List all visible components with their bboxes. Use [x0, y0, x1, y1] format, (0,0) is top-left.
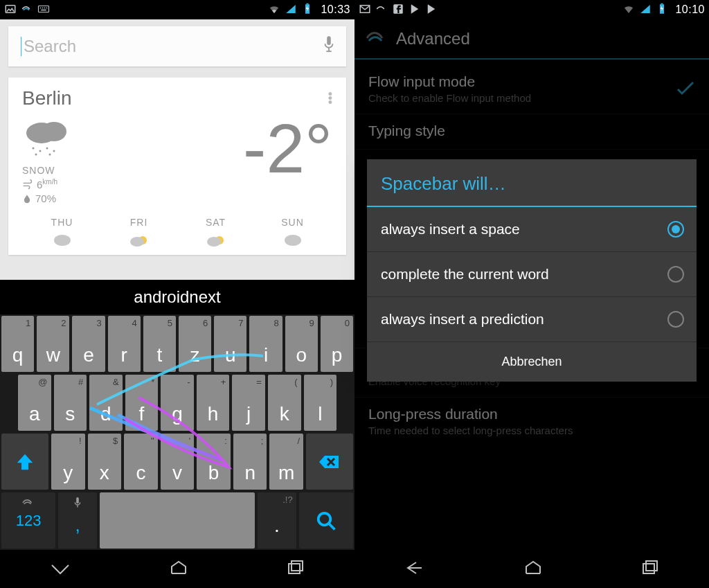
wifi-icon — [622, 3, 635, 17]
search-key[interactable] — [299, 492, 353, 549]
key-q[interactable]: q1 — [1, 316, 34, 372]
period-key[interactable]: .!? . — [258, 492, 296, 549]
svg-rect-6 — [41, 9, 46, 10]
key-m[interactable]: m/ — [269, 434, 303, 490]
svg-rect-1 — [39, 6, 49, 12]
svg-rect-35 — [661, 3, 663, 4]
weather-city: Berlin — [22, 87, 72, 109]
key-f[interactable]: f* — [125, 375, 159, 431]
key-a[interactable]: a@ — [18, 375, 51, 431]
nav-back-button[interactable] — [404, 560, 426, 579]
key-l[interactable]: l) — [304, 375, 337, 431]
key-n[interactable]: n; — [233, 434, 267, 490]
weather-condition: SNOW — [22, 165, 126, 176]
nav-bar — [0, 550, 354, 588]
spacebar-dialog: Spacebar will… always insert a space com… — [367, 159, 697, 382]
key-j[interactable]: j= — [232, 375, 265, 431]
status-bar: 10:33 — [0, 0, 354, 19]
phone-left: 10:33 Search Berlin ••• — [0, 0, 354, 588]
google-now-area: Search Berlin ••• — [0, 19, 354, 280]
signal-icon — [285, 3, 297, 17]
wifi-icon — [268, 3, 280, 17]
svg-point-16 — [46, 148, 48, 150]
nav-home-button[interactable] — [169, 560, 188, 579]
svg-rect-8 — [307, 3, 309, 4]
numbers-key[interactable]: 123 — [1, 492, 55, 549]
key-c[interactable]: c" — [124, 434, 158, 490]
svg-rect-30 — [289, 564, 300, 573]
swiftkey-status-icon — [375, 3, 388, 17]
key-x[interactable]: x$ — [88, 434, 122, 490]
search-bar[interactable]: Search — [8, 26, 346, 66]
nav-recents-button[interactable] — [286, 560, 305, 579]
nav-back-button[interactable] — [49, 560, 71, 579]
radio-unselected-icon[interactable] — [667, 266, 684, 283]
keyboard-row-3: y!x$c"v'b:n;m/ — [0, 432, 354, 491]
key-s[interactable]: s# — [54, 375, 87, 431]
svg-rect-4 — [44, 7, 46, 8]
radio-selected-icon[interactable] — [667, 221, 684, 238]
signal-icon — [639, 3, 652, 17]
key-d[interactable]: d& — [89, 375, 123, 431]
dialog-option[interactable]: complete the current word — [367, 252, 697, 297]
key-v[interactable]: v' — [161, 434, 195, 490]
image-icon — [4, 3, 17, 17]
key-g[interactable]: g- — [161, 375, 194, 431]
dialog-option[interactable]: always insert a space — [367, 207, 697, 252]
svg-point-19 — [49, 154, 51, 156]
key-p[interactable]: p0 — [321, 316, 353, 372]
svg-rect-36 — [643, 564, 654, 573]
forecast-day: FRI — [100, 217, 177, 251]
battery-charging-icon — [656, 3, 668, 17]
svg-point-24 — [207, 237, 221, 247]
dialog-cancel-button[interactable]: Abbrechen — [367, 342, 697, 382]
weather-precip: 70% — [22, 193, 126, 204]
svg-rect-31 — [291, 561, 303, 571]
shift-key[interactable] — [1, 434, 48, 490]
svg-point-25 — [285, 235, 301, 246]
key-o[interactable]: o9 — [285, 316, 318, 372]
card-overflow-icon[interactable]: ••• — [328, 92, 332, 105]
key-u[interactable]: u7 — [214, 316, 246, 372]
forecast-day: THU — [24, 217, 100, 251]
backspace-key[interactable] — [306, 434, 353, 490]
play-store-icon — [425, 3, 438, 17]
key-w[interactable]: w2 — [37, 316, 69, 372]
status-clock: 10:10 — [675, 3, 705, 16]
key-t[interactable]: t5 — [143, 316, 176, 372]
key-h[interactable]: h+ — [197, 375, 230, 431]
swiftkey-status-icon — [21, 3, 33, 17]
nav-home-button[interactable] — [523, 560, 543, 579]
key-k[interactable]: k( — [268, 375, 301, 431]
radio-unselected-icon[interactable] — [667, 311, 684, 328]
key-e[interactable]: e3 — [72, 316, 105, 372]
svg-rect-5 — [46, 7, 48, 8]
dialog-option[interactable]: always insert a prediction — [367, 297, 697, 342]
svg-point-28 — [318, 513, 331, 525]
key-y[interactable]: y! — [51, 434, 85, 490]
key-b[interactable]: b: — [197, 434, 231, 490]
weather-card[interactable]: Berlin ••• SNOW — [8, 78, 346, 255]
key-i[interactable]: i8 — [249, 316, 282, 372]
weather-wind: 6km/h — [22, 178, 126, 190]
svg-point-20 — [54, 235, 71, 246]
spacebar-key[interactable] — [100, 492, 255, 549]
key-r[interactable]: r4 — [108, 316, 141, 372]
search-placeholder: Search — [24, 37, 76, 56]
voice-key[interactable]: , — [58, 492, 97, 549]
svg-rect-2 — [40, 7, 42, 8]
keyboard-suggestion[interactable]: androidnext — [0, 280, 354, 314]
nav-recents-button[interactable] — [640, 560, 660, 579]
facebook-icon — [392, 3, 404, 17]
status-clock: 10:33 — [321, 3, 350, 16]
swiftkey-keyboard: androidnext q1w2e3r4t5z6u7i8o9p0 a@s#d&f… — [0, 280, 354, 550]
forecast-day: SAT — [177, 217, 254, 251]
svg-rect-9 — [327, 36, 331, 45]
svg-point-13 — [42, 122, 66, 141]
keyboard-row-4: 123 , .!? . — [0, 491, 354, 550]
svg-rect-37 — [646, 561, 657, 571]
microphone-icon[interactable] — [321, 35, 336, 58]
keyboard-row-1: q1w2e3r4t5z6u7i8o9p0 — [0, 314, 354, 373]
play-store-icon — [409, 3, 421, 17]
key-z[interactable]: z6 — [179, 316, 211, 372]
